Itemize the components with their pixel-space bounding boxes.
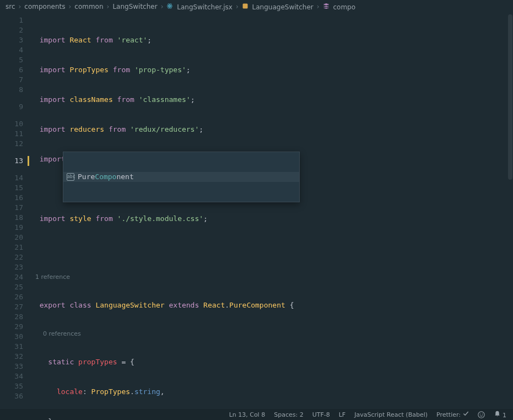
breadcrumb-item[interactable]: LangSwitcher xyxy=(112,3,157,10)
svg-point-0 xyxy=(169,6,170,7)
codelens-references[interactable]: 0 references xyxy=(31,330,513,337)
svg-rect-4 xyxy=(242,3,247,8)
autocomplete-item[interactable]: abc PureComponent xyxy=(63,172,299,182)
breadcrumb-item-class[interactable]: LanguageSwitcher xyxy=(242,3,314,11)
scrollbar-thumb[interactable] xyxy=(508,14,512,180)
breadcrumb-item-file[interactable]: LangSwitcher.jsx xyxy=(166,3,232,11)
breadcrumbs: src › components › common › LangSwitcher… xyxy=(0,0,513,13)
code-area[interactable]: import React from 'react'; import PropTy… xyxy=(31,13,513,409)
autocomplete-label: PureComponent xyxy=(78,172,134,182)
breadcrumb-item-method[interactable]: compo xyxy=(323,3,355,11)
breadcrumb-item[interactable]: common xyxy=(74,3,103,10)
breadcrumb-item[interactable]: components xyxy=(24,3,65,10)
react-icon xyxy=(166,3,173,9)
breadcrumb-sep: › xyxy=(161,3,164,10)
breadcrumb-sep: › xyxy=(236,3,239,10)
autocomplete-popup[interactable]: abc PureComponent xyxy=(63,152,300,202)
line-numbers-gutter: 12345 678 9 101112 13 1415161718 1920212… xyxy=(0,13,31,409)
vertical-scrollbar[interactable] xyxy=(507,13,513,409)
breadcrumb-sep: › xyxy=(107,3,110,10)
codelens-references[interactable]: 1 reference xyxy=(31,273,513,281)
breadcrumb-sep: › xyxy=(68,3,71,10)
breadcrumb-sep: › xyxy=(19,3,21,10)
class-icon xyxy=(242,3,249,9)
method-icon xyxy=(323,3,330,9)
code-editor[interactable]: 12345 678 9 101112 13 1415161718 1920212… xyxy=(0,13,513,409)
suggestion-kind-icon: abc xyxy=(67,173,74,181)
breadcrumb-item[interactable]: src xyxy=(6,3,15,10)
breadcrumb-sep: › xyxy=(317,3,320,10)
